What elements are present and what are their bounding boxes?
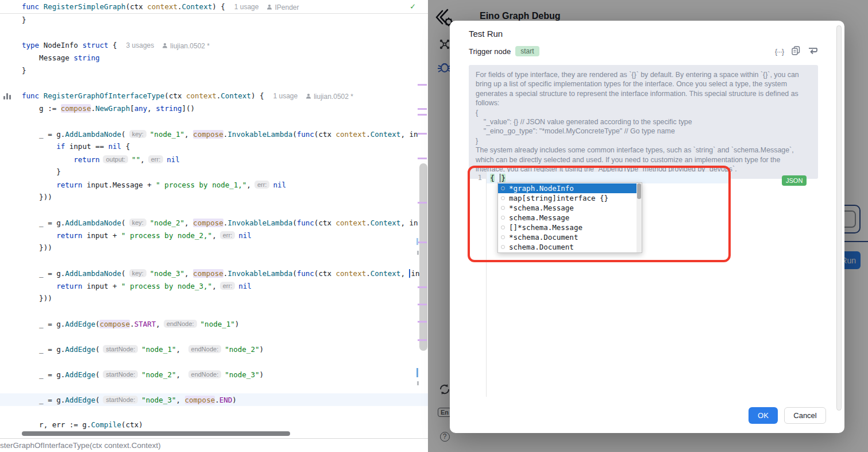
type-circle-icon [501,186,505,190]
close-brace: } [501,174,506,182]
code-line[interactable] [0,254,428,267]
editor-horizontal-scrollbar[interactable] [22,431,290,436]
parameter-hint-chip: endNode: [188,370,222,378]
inspection-ok-icon: ✓ [410,1,415,12]
code-line[interactable] [0,115,428,128]
usage-hint: 1 usage [234,3,259,11]
text-cursor [500,174,501,182]
completion-item[interactable]: *schema.Message [498,203,642,213]
cancel-button[interactable]: Cancel [784,407,826,424]
type-circle-icon [501,245,505,249]
soft-wrap-icon[interactable] [808,47,818,57]
code-line[interactable]: _ = g.AddEdge(startNode:"node_3", compos… [0,393,428,406]
parameter-hint-chip: err: [148,155,164,163]
code-line[interactable]: _ = g.AddEdge(startNode:"node_1", endNod… [0,343,428,355]
graph-gutter-icon[interactable] [3,92,12,99]
change-marker [418,114,427,116]
json-editor-gutter-divider [486,171,487,397]
code-line[interactable]: _ = g.AddEdge(startNode:"node_2", endNod… [0,368,428,381]
completion-item[interactable]: map[string]interface {} [498,193,642,203]
author-hint: liujian.0502 * [306,90,353,103]
change-marker [418,84,427,86]
code-line[interactable]: returnoutput:"",err:nil [0,153,428,166]
modal-scrollbar[interactable] [836,25,842,411]
dropdown-scrollbar-track[interactable] [636,183,642,252]
json-editor-input[interactable]: { } [490,173,506,183]
code-line[interactable]: r, err := g.Compile(ctx) [0,419,428,431]
interface-help-text: For fields of type interface, they are r… [469,65,818,179]
trigger-node-badge[interactable]: start [515,46,539,56]
braces-format-icon[interactable]: {···} [775,48,784,56]
code-line[interactable]: func RegisterSimpleGraph(ctx context.Con… [0,0,428,13]
trigger-node-row: Trigger node start [469,46,539,56]
code-line[interactable] [0,204,428,216]
parameter-hint-chip: startNode: [103,396,138,404]
parameter-hint-chip: key: [129,130,146,138]
type-completion-dropdown[interactable]: *graph.NodeInfomap[string]interface {}*s… [497,182,642,253]
code-line[interactable]: } [0,64,428,77]
change-marker [418,286,427,288]
code-line[interactable] [0,406,428,419]
copy-icon[interactable] [792,46,800,58]
edge-tick [416,238,418,245]
completion-item[interactable]: *graph.NodeInfo [498,183,642,193]
change-marker [418,242,427,243]
open-brace: { [490,174,495,182]
code-line[interactable]: _ = g.AddLambdaNode(key:"node_2", compos… [0,216,428,229]
code-line[interactable]: type NodeInfo struct {3 usagesliujian.05… [0,39,428,52]
code-line[interactable] [0,305,428,317]
type-circle-icon [501,235,505,239]
screen: func RegisterSimpleGraph(ctx context.Con… [0,0,868,452]
code-line[interactable]: _ = g.AddLambdaNode(key:"node_3", compos… [0,267,428,279]
code-line[interactable] [0,26,428,39]
change-marker [418,339,427,341]
editor-vertical-scrollbar[interactable] [419,163,427,351]
edge-tick [416,368,418,377]
author-icon [162,40,168,52]
parameter-hint-chip: endNode: [188,345,222,353]
change-marker [418,133,427,135]
code-line[interactable]: return input + " process by node_2,",err… [0,229,428,242]
type-circle-icon [501,216,505,220]
code-line[interactable]: func RegisterGraphOfInterfaceType(ctx co… [0,90,428,102]
code-line[interactable]: })) [0,242,428,254]
code-line[interactable]: if input == nil { [0,140,428,153]
code-line[interactable] [0,77,428,90]
code-line[interactable]: Message string [0,52,428,64]
change-marker [418,304,427,305]
code-line[interactable] [0,381,428,393]
modal-title: Test Run [469,29,503,39]
edge-tick [417,381,419,385]
code-line[interactable]: return input + " process by node_3,",err… [0,279,428,292]
parameter-hint-chip: key: [129,269,146,277]
code-line[interactable] [0,355,428,368]
code-line[interactable]: } [0,14,428,26]
author-hint: IPender [267,1,299,14]
completion-item[interactable]: []*schema.Message [498,223,642,232]
code-line[interactable]: return input.Message + " process by node… [0,178,428,191]
code-line[interactable]: _ = g.AddLambdaNode(key:"node_1", compos… [0,128,428,140]
parameter-hint-chip: err: [220,231,236,239]
author-hint: liujian.0502 * [162,40,210,52]
completion-item[interactable]: schema.Message [498,213,642,223]
completion-item[interactable]: schema.Document [498,242,642,252]
go-code-editor[interactable]: func RegisterSimpleGraph(ctx context.Con… [0,0,428,438]
edge-tick [417,251,419,255]
dropdown-scrollbar-thumb[interactable] [637,183,641,199]
code-line[interactable]: _ = g.AddEdge(compose.START,endNode:"nod… [0,317,428,330]
author-icon [267,1,272,14]
code-line[interactable]: })) [0,191,428,204]
parameter-hint-chip: endNode: [164,320,197,328]
ok-button[interactable]: OK [749,407,778,424]
usage-hint: 1 usage [273,92,298,100]
code-line[interactable]: } [0,166,428,178]
json-language-badge: JSON [782,175,807,186]
json-editor-line-number: 1 [473,173,482,182]
code-line[interactable]: })) [0,292,428,305]
parameter-hint-chip: startNode: [103,370,138,378]
code-line[interactable] [0,330,428,343]
completion-item[interactable]: *schema.Document [498,232,642,242]
code-line[interactable]: g := compose.NewGraph[any, string]() [0,102,428,115]
change-marker [418,158,427,159]
breadcrumb[interactable]: sterGraphOfInterfaceType(ctx context.Con… [0,438,428,452]
